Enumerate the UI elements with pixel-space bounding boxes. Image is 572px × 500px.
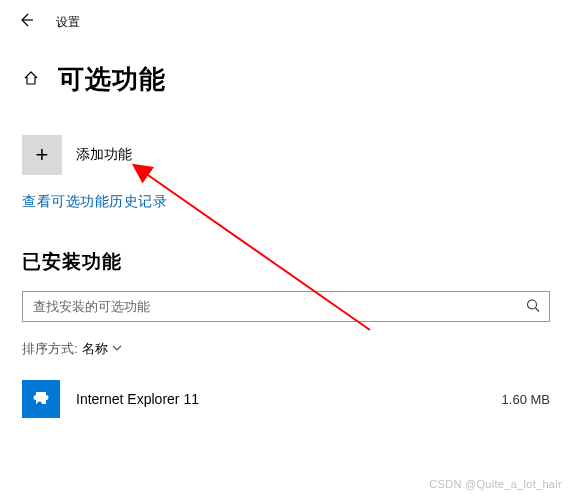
page-title: 可选功能: [58, 62, 166, 97]
search-wrap: [22, 291, 550, 322]
app-name: Internet Explorer 11: [76, 391, 486, 407]
settings-breadcrumb: 设置: [56, 14, 80, 31]
app-size: 1.60 MB: [502, 392, 550, 407]
sort-select[interactable]: 名称: [82, 340, 122, 358]
top-bar: 设置: [0, 0, 572, 40]
chevron-down-icon: [112, 343, 122, 355]
extension-icon: [22, 380, 60, 418]
history-link[interactable]: 查看可选功能历史记录: [22, 193, 550, 211]
plus-icon: +: [22, 135, 62, 175]
watermark: CSDN @Quite_a_lot_hair: [429, 478, 562, 490]
add-feature-button[interactable]: + 添加功能: [22, 135, 132, 175]
sort-value: 名称: [82, 340, 108, 358]
sort-row: 排序方式: 名称: [22, 340, 550, 358]
sort-label: 排序方式:: [22, 340, 78, 358]
back-icon[interactable]: [18, 12, 34, 32]
title-row: 可选功能: [0, 40, 572, 115]
installed-heading: 已安装功能: [22, 249, 550, 275]
search-input[interactable]: [22, 291, 550, 322]
home-icon[interactable]: [22, 69, 40, 91]
installed-item[interactable]: Internet Explorer 11 1.60 MB: [22, 374, 550, 424]
add-feature-label: 添加功能: [76, 146, 132, 164]
